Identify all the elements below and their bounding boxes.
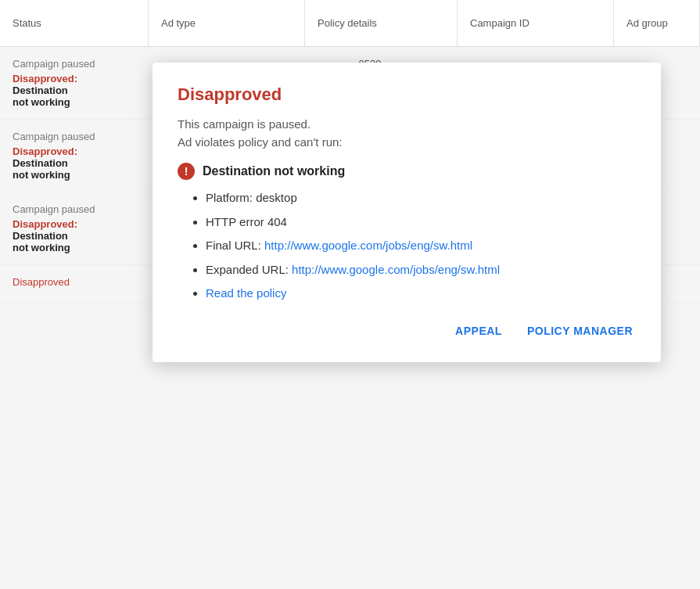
- status-cell: Campaign paused Disapproved: Destination…: [0, 200, 149, 257]
- list-item: Final URL: http://www.google.com/jobs/en…: [206, 237, 636, 255]
- modal-title: Disapproved: [178, 84, 636, 105]
- policy-issue-header: ! Destination not working: [178, 163, 636, 180]
- col-header-status: Status: [0, 0, 149, 46]
- status-paused: Campaign paused: [13, 203, 136, 215]
- list-item: Platform: desktop: [206, 189, 636, 207]
- policy-manager-button[interactable]: POLICY MANAGER: [524, 318, 636, 343]
- list-item: HTTP error 404: [206, 214, 636, 232]
- list-item: Read the policy: [206, 285, 636, 303]
- adtype-cell: [149, 55, 346, 61]
- col-header-adgroup: Ad group: [614, 0, 700, 46]
- status-cell: Campaign paused Disapproved: Destination…: [0, 55, 149, 111]
- issue-title: Destination not working: [203, 164, 345, 178]
- list-item: Expanded URL: http://www.google.com/jobs…: [206, 261, 636, 279]
- status-destination: Destinationnot working: [13, 157, 136, 181]
- status-disapproved: Disapproved:: [13, 218, 136, 230]
- status-destination: Destinationnot working: [13, 84, 136, 108]
- modal-subtitle2: Ad violates policy and can't run:: [178, 135, 636, 149]
- final-url-label: Final URL:: [206, 239, 264, 252]
- final-url-link[interactable]: http://www.google.com/jobs/eng/sw.html: [264, 239, 472, 252]
- col-header-adtype: Ad type: [149, 0, 305, 46]
- read-policy-link[interactable]: Read the policy: [206, 286, 286, 300]
- expanded-url-link[interactable]: http://www.google.com/jobs/eng/sw.html: [292, 263, 500, 276]
- policy-details-modal: Disapproved This campaign is paused. Ad …: [153, 63, 661, 362]
- status-paused: Campaign paused: [13, 58, 136, 70]
- status-cell: Campaign paused Disapproved: Destination…: [0, 127, 149, 184]
- status-destination: Destinationnot working: [13, 230, 136, 253]
- appeal-button[interactable]: APPEAL: [452, 318, 505, 343]
- status-disapproved: Disapproved:: [13, 73, 136, 84]
- col-header-campaign: Campaign ID: [458, 0, 614, 46]
- status-disapproved-partial: Disapproved: [0, 273, 82, 291]
- error-icon: !: [178, 163, 195, 180]
- adgroup-cell: [503, 55, 701, 61]
- col-header-policy: Policy details: [305, 0, 458, 46]
- expanded-url-label: Expanded URL:: [206, 263, 292, 276]
- issue-list: Platform: desktop HTTP error 404 Final U…: [178, 189, 636, 303]
- status-disapproved: Disapproved:: [13, 145, 136, 157]
- modal-subtitle1: This campaign is paused.: [178, 117, 636, 131]
- platform-text: Platform: desktop: [206, 191, 297, 204]
- modal-actions: APPEAL POLICY MANAGER: [178, 318, 636, 343]
- http-error-text: HTTP error 404: [206, 215, 287, 228]
- status-paused: Campaign paused: [13, 131, 136, 142]
